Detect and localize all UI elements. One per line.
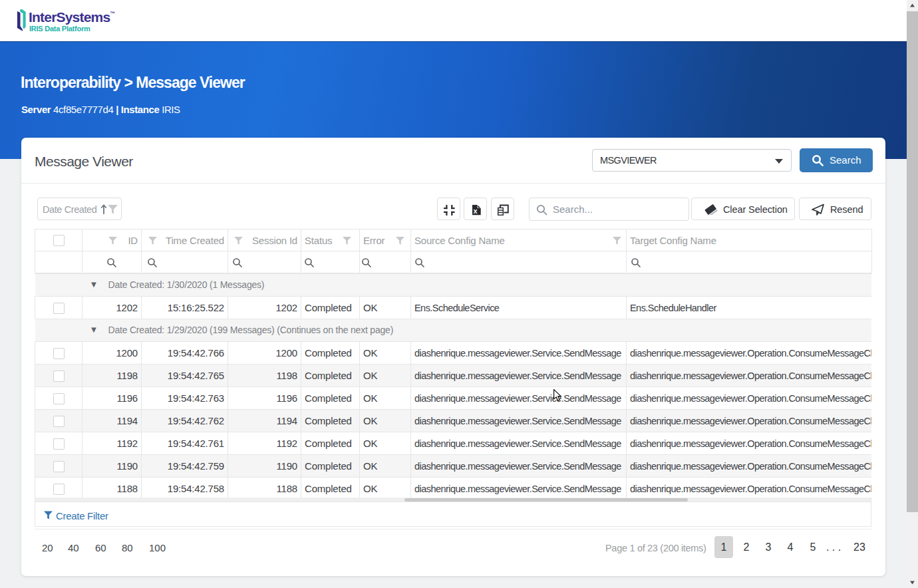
svg-text:x: x [473,207,478,215]
